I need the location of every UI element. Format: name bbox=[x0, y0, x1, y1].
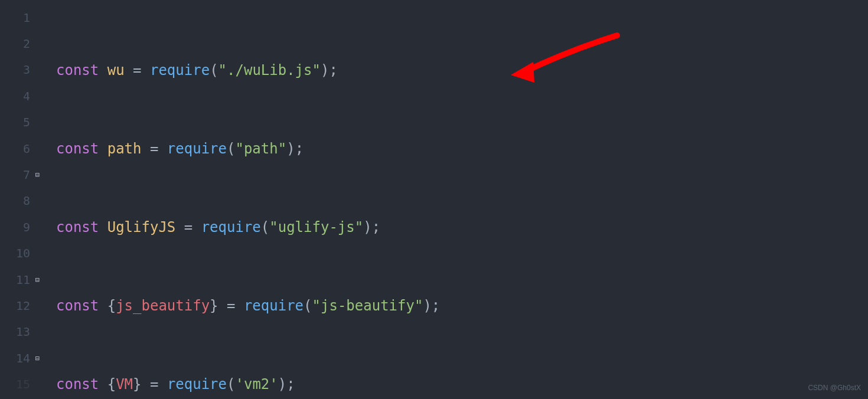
line-number[interactable]: 14⊟ bbox=[0, 345, 40, 371]
line-number: 13 bbox=[0, 319, 40, 345]
line-number: 5 bbox=[0, 110, 40, 136]
annotation-arrow-icon bbox=[511, 32, 629, 86]
line-number[interactable]: 11⊟ bbox=[0, 267, 40, 293]
line-number: 9 bbox=[0, 214, 40, 240]
fold-icon[interactable]: ⊟ bbox=[34, 168, 40, 181]
line-number: 1 bbox=[0, 5, 40, 31]
code-line-4[interactable]: const {js_beautify} = require("js-beauti… bbox=[44, 293, 868, 319]
line-number[interactable]: 7⊟ bbox=[0, 162, 40, 188]
line-number: 15 bbox=[0, 371, 40, 397]
line-number: 3 bbox=[0, 57, 40, 83]
line-number: 2 bbox=[0, 31, 40, 57]
svg-marker-1 bbox=[511, 62, 534, 83]
watermark: CSDN @Gh0stX bbox=[808, 381, 861, 394]
fold-icon[interactable]: ⊟ bbox=[34, 273, 40, 286]
code-line-3[interactable]: const UglifyJS = require("uglify-js"); bbox=[44, 214, 868, 240]
line-number: 6 bbox=[0, 136, 40, 162]
code-area[interactable]: const wu = require("./wuLib.js"); const … bbox=[44, 5, 868, 399]
line-number: 4 bbox=[0, 83, 40, 109]
line-number: 8 bbox=[0, 188, 40, 214]
fold-icon[interactable]: ⊟ bbox=[34, 352, 40, 365]
code-line-1[interactable]: const wu = require("./wuLib.js"); bbox=[44, 57, 868, 83]
line-number: 12 bbox=[0, 293, 40, 319]
code-editor[interactable]: 1 2 3 4 5 6 7⊟ 8 9 10 11⊟ 12 13 14⊟ 15 c… bbox=[0, 0, 868, 399]
line-number-gutter: 1 2 3 4 5 6 7⊟ 8 9 10 11⊟ 12 13 14⊟ 15 bbox=[0, 5, 44, 399]
line-number: 10 bbox=[0, 241, 40, 267]
code-line-5[interactable]: const {VM} = require('vm2'); bbox=[44, 371, 868, 397]
code-line-2[interactable]: const path = require("path"); bbox=[44, 136, 868, 162]
